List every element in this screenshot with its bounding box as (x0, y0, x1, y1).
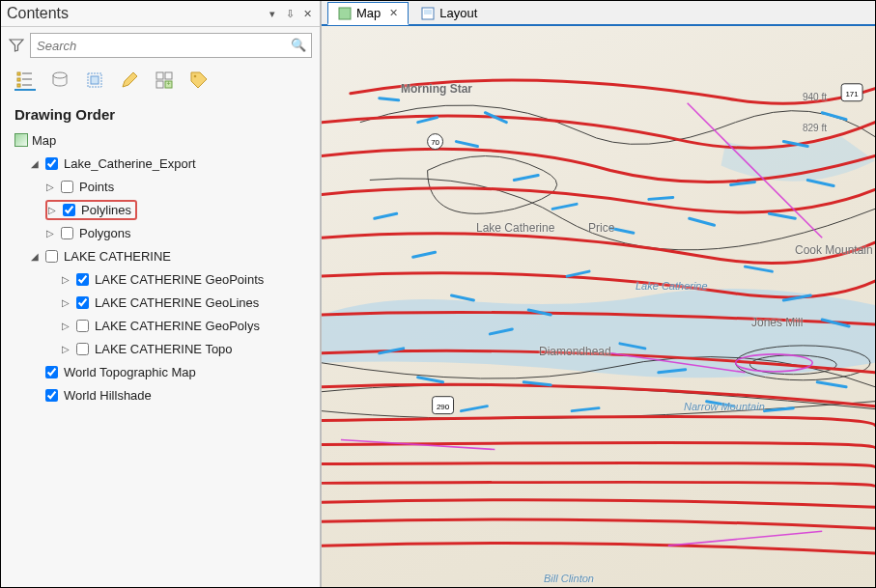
expand-icon[interactable]: ▷ (61, 297, 71, 308)
layer-checkbox[interactable] (76, 320, 89, 332)
map-label: Cook Mountain (795, 243, 873, 257)
layer-checkbox[interactable] (76, 273, 89, 286)
filter-icon[interactable] (9, 38, 24, 53)
tab-label: Layout (439, 6, 477, 20)
expand-icon[interactable]: ▷ (61, 321, 71, 331)
svg-text:290: 290 (437, 403, 450, 411)
tab-map[interactable]: Map ✕ (327, 2, 409, 25)
highlighted-layer: ▷ Polylines (45, 200, 137, 220)
list-by-drawing-order-button[interactable] (14, 70, 36, 91)
map-elevation-label: 940 ft (803, 92, 827, 102)
tab-layout[interactable]: Layout (410, 2, 488, 23)
dropdown-icon[interactable]: ▾ (266, 7, 279, 20)
map-label: Jones Mill (751, 316, 803, 329)
tree-layer-polygons[interactable]: ▷ Polygons (11, 221, 310, 244)
expand-icon[interactable]: ▷ (61, 344, 71, 354)
map-label: Lake Catherine (476, 221, 554, 235)
search-icon[interactable]: 🔍 (291, 38, 306, 52)
svg-line-21 (380, 98, 399, 100)
svg-line-32 (567, 271, 589, 276)
panel-title-bar: Contents ▾ ⇩ ✕ (1, 1, 320, 27)
contents-toolbar: + (1, 64, 320, 102)
view-tabs: Map ✕ Layout (322, 1, 875, 26)
svg-line-27 (375, 213, 397, 218)
svg-line-43 (418, 378, 443, 382)
svg-line-53 (822, 113, 846, 120)
tree-label: World Topographic Map (64, 365, 196, 379)
tree-layer-points[interactable]: ▷ Points (11, 175, 310, 198)
list-by-snapping-button[interactable]: + (154, 70, 175, 91)
svg-line-35 (690, 218, 715, 225)
svg-point-6 (53, 72, 67, 78)
map-label: Price (588, 221, 614, 235)
svg-line-44 (461, 406, 487, 411)
svg-line-51 (817, 382, 846, 387)
close-icon[interactable]: ✕ (300, 7, 314, 20)
expand-icon[interactable]: ▷ (61, 274, 71, 285)
tree-label: LAKE CATHERINE GeoPolys (95, 319, 260, 333)
svg-line-37 (769, 213, 795, 218)
tree-layer-world-hillshade[interactable]: ▷ World Hillshade (11, 383, 310, 406)
svg-line-28 (413, 252, 436, 257)
tree-layer-polylines[interactable]: ▷ Polylines (11, 198, 310, 221)
svg-rect-10 (165, 72, 172, 79)
svg-line-29 (452, 295, 474, 300)
pin-icon[interactable]: ⇩ (283, 7, 297, 20)
layer-checkbox[interactable] (76, 343, 89, 355)
svg-rect-1 (17, 78, 20, 81)
map-label: Narrow Mountain (684, 401, 765, 412)
map-label: Morning Star (401, 82, 472, 96)
layer-checkbox[interactable] (61, 227, 73, 239)
list-by-source-button[interactable] (49, 70, 71, 91)
contents-panel: Contents ▾ ⇩ ✕ 🔍 + Drawing Order (1, 1, 322, 587)
list-by-labeling-button[interactable] (188, 70, 210, 91)
map-label: Diamondhead (539, 345, 611, 358)
tree-layer-world-topo[interactable]: ▷ World Topographic Map (11, 360, 310, 383)
svg-line-26 (552, 204, 577, 209)
collapse-icon[interactable]: ◢ (30, 158, 40, 169)
map-geometry: 70 171 290 (322, 26, 875, 587)
map-canvas[interactable]: 70 171 290 Morning Star Lake Catherine P… (322, 26, 875, 587)
tree-label: LAKE CATHERINE GeoLines (95, 295, 259, 310)
search-input[interactable] (30, 33, 312, 58)
svg-rect-17 (424, 10, 432, 14)
search-input-wrap: 🔍 (30, 33, 312, 58)
expand-icon[interactable]: ▷ (45, 228, 55, 238)
tree-root-map[interactable]: Map (11, 128, 310, 152)
map-icon (14, 133, 28, 147)
tree-layer-geopolys[interactable]: ▷ LAKE CATHERINE GeoPolys (11, 314, 310, 337)
section-header: Drawing Order (1, 102, 320, 128)
layer-checkbox[interactable] (45, 157, 58, 170)
svg-point-14 (194, 75, 197, 78)
tree-group-lake-catherine[interactable]: ◢ LAKE CATHERINE (11, 244, 310, 267)
layer-tree: Map ◢ Lake_Catherine_Export ▷ Points ▷ P… (1, 128, 320, 587)
layer-checkbox[interactable] (45, 366, 58, 378)
tree-label: Points (79, 180, 114, 194)
tree-label: Map (32, 133, 56, 148)
layer-checkbox[interactable] (61, 181, 73, 193)
layer-checkbox[interactable] (45, 250, 58, 263)
svg-rect-8 (91, 76, 99, 84)
collapse-icon[interactable]: ◢ (30, 251, 40, 262)
tree-label: LAKE CATHERINE (64, 249, 171, 264)
tree-layer-geolines[interactable]: ▷ LAKE CATHERINE GeoLines (11, 291, 310, 314)
panel-title: Contents (7, 5, 69, 22)
expand-icon[interactable]: ▷ (45, 182, 55, 192)
svg-line-23 (457, 142, 478, 147)
tree-group-lake-catherine-export[interactable]: ◢ Lake_Catherine_Export (11, 152, 310, 175)
svg-text:70: 70 (431, 138, 439, 147)
list-by-editing-button[interactable] (119, 70, 140, 91)
svg-line-22 (418, 118, 438, 123)
tree-layer-geopoints[interactable]: ▷ LAKE CATHERINE GeoPoints (11, 267, 310, 291)
layer-checkbox[interactable] (76, 296, 89, 309)
layer-checkbox[interactable] (63, 204, 75, 216)
layer-checkbox[interactable] (45, 389, 58, 402)
expand-icon[interactable]: ▷ (47, 205, 57, 215)
tree-label: Lake_Catherine_Export (64, 156, 196, 171)
tree-layer-topo[interactable]: ▷ LAKE CATHERINE Topo (11, 337, 310, 360)
tree-label: World Hillshade (64, 388, 152, 403)
close-icon[interactable]: ✕ (389, 7, 398, 19)
layout-icon (421, 7, 435, 20)
svg-rect-2 (17, 84, 20, 87)
list-by-selection-button[interactable] (84, 70, 105, 91)
